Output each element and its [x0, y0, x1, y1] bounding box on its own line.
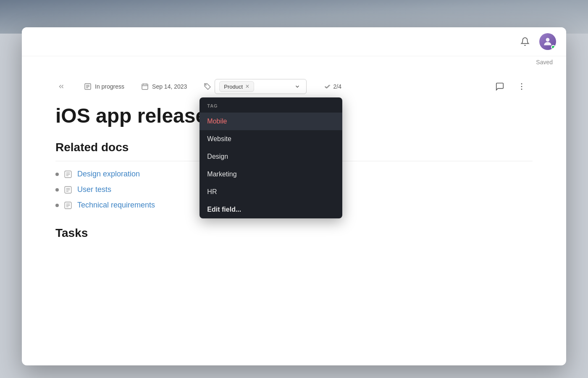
tag-chip-label: Product [224, 84, 243, 90]
checkmark-count-label: 2/4 [333, 83, 341, 90]
tag-option-website[interactable]: Website [200, 130, 342, 148]
tag-search-input[interactable] [257, 83, 290, 90]
right-icons [492, 79, 533, 94]
bullet [55, 173, 59, 176]
tag-chip-product: Product × [219, 81, 254, 92]
status-label: In progress [95, 83, 124, 90]
bullet [55, 188, 59, 192]
collapse-button[interactable] [55, 81, 67, 92]
main-window: Saved [22, 27, 566, 365]
saved-status: Saved [536, 59, 553, 66]
status-icon [84, 83, 92, 90]
tag-icon [204, 83, 211, 90]
tag-chip-remove[interactable]: × [245, 83, 249, 90]
tag-area: Product × TAG Mobile [204, 79, 306, 94]
doc-icon [64, 170, 72, 178]
svg-rect-5 [142, 84, 148, 89]
status-item: In progress [84, 83, 124, 90]
more-button[interactable] [514, 79, 529, 94]
online-indicator [551, 45, 555, 49]
svg-point-0 [546, 38, 550, 42]
tag-dropdown-toggle[interactable] [293, 82, 302, 91]
content-area: In progress Sep 14, 2023 [22, 71, 566, 365]
topbar [22, 27, 566, 56]
related-doc-link[interactable]: User tests [77, 185, 111, 194]
notification-button[interactable] [517, 34, 533, 49]
tasks-section: Tasks [22, 223, 566, 247]
svg-point-10 [521, 83, 522, 84]
date-label: Sep 14, 2023 [152, 83, 187, 90]
comment-button[interactable] [492, 79, 507, 94]
tasks-heading: Tasks [22, 223, 566, 247]
avatar[interactable] [539, 33, 556, 50]
edit-field-option[interactable]: Edit field... [200, 201, 342, 218]
tag-dropdown-header: TAG [200, 97, 342, 113]
tag-option-design[interactable]: Design [200, 148, 342, 165]
related-doc-link[interactable]: Technical requirements [77, 201, 155, 210]
tag-dropdown: TAG Mobile Website Design Marketing HR [200, 97, 342, 218]
saved-row: Saved [22, 56, 566, 71]
meta-bar: In progress Sep 14, 2023 [22, 71, 566, 101]
tag-option-mobile[interactable]: Mobile [200, 113, 342, 130]
doc-icon [64, 201, 72, 210]
svg-point-9 [205, 84, 206, 85]
tag-option-marketing[interactable]: Marketing [200, 165, 342, 183]
tag-option-hr[interactable]: HR [200, 183, 342, 201]
calendar-icon [141, 83, 149, 90]
svg-point-12 [521, 89, 522, 90]
related-doc-link[interactable]: Design exploration [77, 170, 140, 178]
checkmark-count: 2/4 [323, 83, 341, 90]
bullet [55, 204, 59, 207]
date-item: Sep 14, 2023 [141, 83, 187, 90]
tag-input-container[interactable]: Product × [215, 79, 306, 94]
svg-point-11 [521, 86, 522, 87]
doc-icon [64, 186, 72, 194]
